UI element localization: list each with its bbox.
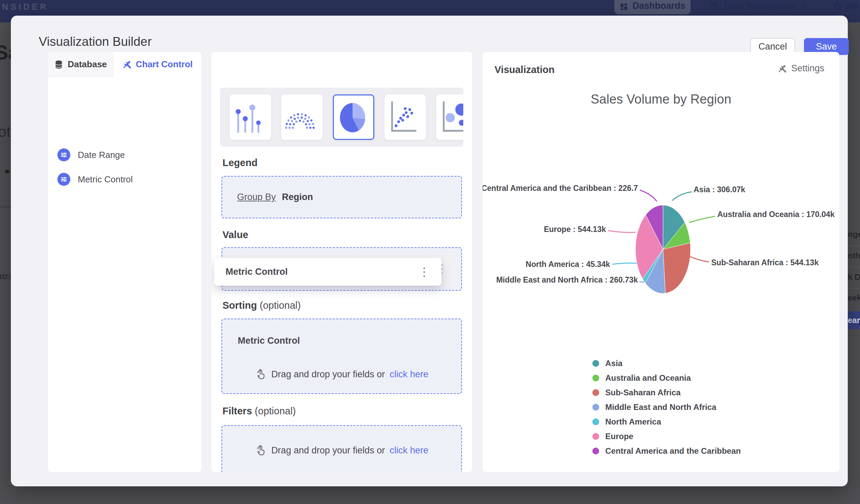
- legend-dot-icon: [592, 360, 599, 367]
- backdrop-menu-divider: [848, 245, 860, 246]
- tap-icon: [255, 369, 267, 380]
- legend-item[interactable]: Australia and Oceania: [592, 373, 741, 383]
- dragged-metric-control-chip[interactable]: Metric Control ⋮: [214, 258, 442, 286]
- legend-item[interactable]: Sub-Saharan Africa: [592, 388, 741, 397]
- legend-section-heading: Legend: [223, 157, 257, 169]
- pie-label: Asia : 306.07k: [693, 185, 745, 194]
- click-here-link[interactable]: click here: [390, 369, 428, 380]
- legend-dot-icon: [592, 389, 599, 396]
- sliders-icon: [57, 148, 70, 161]
- dot-arc-icon: [281, 95, 321, 138]
- chart-type-scatter[interactable]: [385, 95, 426, 140]
- legend-label: Asia: [605, 359, 622, 368]
- legend-item[interactable]: Middle East and North Africa: [592, 402, 741, 412]
- value-section-heading: Value: [223, 229, 248, 241]
- visualization-builder-modal: Visualization Builder Cancel Save Databa…: [11, 16, 848, 486]
- backdrop-divider: [0, 206, 11, 208]
- pie-label: Middle East and North Africa : 260.73k: [496, 275, 638, 284]
- legend-item[interactable]: Asia: [592, 359, 741, 368]
- click-here-link[interactable]: click here: [390, 445, 428, 456]
- legend-label: Middle East and North Africa: [605, 402, 716, 412]
- sorting-section-heading: Sorting (optional): [223, 300, 301, 311]
- legend-dot-icon: [592, 404, 599, 411]
- tap-icon: [255, 445, 267, 456]
- backdrop-menu-item: nth: [848, 251, 860, 260]
- nav-settings-partial-label: Se: [846, 1, 858, 11]
- group-by-value: Region: [282, 192, 313, 202]
- backdrop-menu-item: k D: [848, 272, 860, 282]
- modal-title: Visualization Builder: [39, 35, 152, 49]
- sorting-dropzone[interactable]: Metric Control Drag and drop your fields…: [221, 319, 462, 394]
- drop-hint-text: Drag and drop your fields or: [271, 369, 385, 380]
- backdrop-menu-item: eek: [848, 293, 860, 303]
- legend-dot-icon: [592, 433, 599, 440]
- nav-dashboards-label: Dashboards: [632, 1, 685, 11]
- lollipop-icon: [230, 95, 269, 138]
- backdrop-menu-divider: [848, 267, 860, 267]
- legend-label: Central America and the Caribbean: [605, 446, 741, 456]
- legend-item[interactable]: Europe: [592, 432, 741, 441]
- pie-icon: [334, 96, 373, 139]
- scatter-icon: [385, 95, 424, 138]
- legend-label: Sub-Saharan Africa: [605, 388, 681, 397]
- chart-legend: AsiaAustralia and OceaniaSub-Saharan Afr…: [592, 359, 741, 456]
- filters-dropzone[interactable]: Drag and drop your fields or click here: [221, 425, 462, 472]
- gear-icon: [832, 1, 842, 11]
- chevron-down-icon: [800, 3, 807, 10]
- bubble-icon: [436, 95, 463, 138]
- builder-panel: Type View all Legend Group By Region Val…: [211, 52, 472, 472]
- pie-label: Australia and Oceania : 170.04k: [717, 210, 834, 219]
- app-logo: NSIDER: [2, 2, 48, 12]
- pie-label: North America : 45.34k: [526, 260, 610, 269]
- chart-type-pie[interactable]: [333, 95, 374, 140]
- filters-section-heading: Filters (optional): [223, 405, 296, 417]
- pie-leader-line: [673, 192, 691, 200]
- nav-data-warehouse-label: Data Warehouse: [724, 1, 796, 11]
- pie-label: Central America and the Caribbean : 226.…: [483, 184, 638, 192]
- legend-label: North America: [605, 417, 661, 427]
- chart-type-strip: [220, 88, 463, 147]
- tab-database[interactable]: Database: [48, 52, 113, 77]
- pie-leader-line: [640, 190, 657, 201]
- legend-label: Australia and Oceania: [605, 373, 691, 383]
- kebab-menu-icon[interactable]: ⋮: [418, 266, 430, 277]
- sidebar-item-date-range[interactable]: Date Range: [57, 148, 125, 161]
- tab-chart-control[interactable]: Chart Control: [113, 52, 201, 77]
- pie-leader-line: [689, 216, 715, 222]
- sorting-field-label: Metric Control: [238, 335, 300, 346]
- chart-type-dot-arc[interactable]: [281, 95, 322, 140]
- chart-type-bubble[interactable]: [436, 95, 463, 140]
- legend-dropzone[interactable]: Group By Region: [221, 176, 462, 218]
- drop-hint-text: Drag and drop your fields or: [271, 445, 385, 456]
- nav-data-warehouse-button[interactable]: Data Warehouse: [710, 1, 807, 11]
- database-icon: [54, 60, 63, 69]
- legend-item[interactable]: North America: [592, 417, 741, 427]
- drop-hint: Drag and drop your fields or click here: [222, 445, 461, 456]
- visualization-panel: Visualization Settings Sales Volume by R…: [483, 52, 839, 472]
- sliders-icon: [57, 173, 70, 186]
- pie-label: Sub-Saharan Africa : 544.13k: [711, 258, 819, 267]
- screen: NSIDER Dashboards Data Warehouse: [0, 0, 860, 504]
- backdrop-menu-item-selected: ear: [848, 312, 860, 329]
- nav-dashboards-button[interactable]: Dashboards: [614, 0, 690, 14]
- chart-type-lollipop[interactable]: [230, 95, 271, 140]
- pie-label: Europe : 544.13k: [544, 225, 606, 234]
- legend-item[interactable]: Central America and the Caribbean: [592, 446, 741, 456]
- group-by-label[interactable]: Group By: [237, 192, 276, 202]
- backdrop-bullet: [5, 170, 10, 173]
- pie-slice-2[interactable]: [663, 243, 690, 293]
- sidebar-item-label: Metric Control: [78, 174, 133, 185]
- sidebar-item-metric-control[interactable]: Metric Control: [57, 173, 133, 186]
- drop-hint: Drag and drop your fields or click here: [222, 369, 461, 380]
- sidebar-item-label: Date Range: [78, 150, 125, 160]
- chip-label: Metric Control: [226, 267, 288, 277]
- legend-label: Europe: [605, 432, 633, 441]
- legend-dot-icon: [592, 375, 599, 381]
- controls-sidebar: Database Chart Control Date Range Metric…: [48, 52, 201, 472]
- nav-settings-button[interactable]: Se: [832, 1, 858, 11]
- legend-dot-icon: [592, 448, 599, 455]
- pie-leader-line: [608, 231, 635, 232]
- tab-database-label: Database: [68, 59, 107, 70]
- legend-dot-icon: [592, 418, 599, 425]
- tools-icon: [122, 60, 132, 69]
